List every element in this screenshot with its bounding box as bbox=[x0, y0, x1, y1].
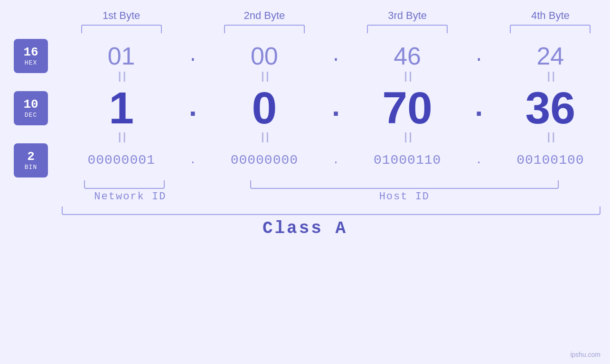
class-label: Class A bbox=[263, 219, 347, 238]
bin-sep2: . bbox=[324, 154, 348, 167]
host-id-label: Host ID bbox=[379, 191, 430, 203]
top-bracket-3 bbox=[367, 25, 448, 33]
network-bracket bbox=[84, 180, 165, 189]
equals-1-1: || bbox=[116, 73, 126, 80]
bin-byte3: 01000110 bbox=[374, 153, 441, 168]
dec-sep1: . bbox=[181, 92, 205, 124]
byte4-header: 4th Byte bbox=[491, 9, 610, 22]
dec-sep2: . bbox=[324, 92, 348, 124]
main-container: 1st Byte 2nd Byte 3rd Byte 4th Byte bbox=[0, 0, 610, 364]
equals-2-2: || bbox=[260, 134, 269, 141]
top-bracket-1 bbox=[81, 25, 162, 33]
equals-2-4: || bbox=[545, 134, 555, 141]
bin-byte2: 00000000 bbox=[231, 153, 298, 168]
dec-num: 10 bbox=[23, 98, 38, 112]
bin-byte4: 00100100 bbox=[516, 153, 584, 168]
hex-sep1: . bbox=[181, 47, 205, 66]
dec-byte4: 36 bbox=[526, 82, 576, 134]
dec-badge: 10 DEC bbox=[14, 91, 48, 125]
byte1-label: 1st Byte bbox=[103, 9, 140, 22]
bin-byte1: 00000001 bbox=[87, 153, 155, 168]
network-id-label: Network ID bbox=[94, 191, 166, 203]
top-bracket-4 bbox=[510, 25, 591, 33]
bin-num: 2 bbox=[27, 150, 35, 164]
bin-badge: 2 BIN bbox=[14, 143, 48, 177]
dec-byte2: 0 bbox=[252, 82, 277, 134]
hex-byte1: 01 bbox=[108, 42, 135, 70]
dec-name: DEC bbox=[25, 112, 37, 119]
equals-1-4: || bbox=[545, 73, 555, 80]
dec-byte1: 1 bbox=[109, 82, 134, 134]
host-bracket bbox=[250, 180, 559, 189]
hex-name: HEX bbox=[25, 59, 37, 66]
byte3-header: 3rd Byte bbox=[348, 9, 467, 22]
byte2-header: 2nd Byte bbox=[205, 9, 324, 22]
hex-sep3: . bbox=[467, 47, 491, 66]
dec-sep3: . bbox=[467, 92, 491, 124]
equals-2-1: || bbox=[116, 134, 126, 141]
byte2-label: 2nd Byte bbox=[244, 9, 285, 22]
equals-1-2: || bbox=[260, 73, 269, 80]
hex-badge: 16 HEX bbox=[14, 39, 48, 73]
hex-byte2: 00 bbox=[251, 42, 278, 70]
byte4-label: 4th Byte bbox=[531, 9, 570, 22]
top-bracket-2 bbox=[224, 25, 305, 33]
byte1-header: 1st Byte bbox=[62, 9, 181, 22]
hex-num: 16 bbox=[23, 46, 38, 59]
bin-name: BIN bbox=[25, 164, 37, 171]
hex-sep2: . bbox=[324, 47, 348, 66]
bin-sep1: . bbox=[181, 154, 205, 167]
wide-bracket bbox=[62, 206, 601, 215]
hex-byte4: 24 bbox=[536, 42, 564, 70]
equals-1-3: || bbox=[403, 73, 412, 80]
hex-byte3: 46 bbox=[394, 42, 421, 70]
equals-2-3: || bbox=[403, 134, 412, 141]
watermark: ipshu.com bbox=[570, 351, 601, 358]
dec-byte3: 70 bbox=[382, 82, 432, 134]
byte3-label: 3rd Byte bbox=[388, 9, 427, 22]
bin-sep3: . bbox=[467, 154, 491, 167]
